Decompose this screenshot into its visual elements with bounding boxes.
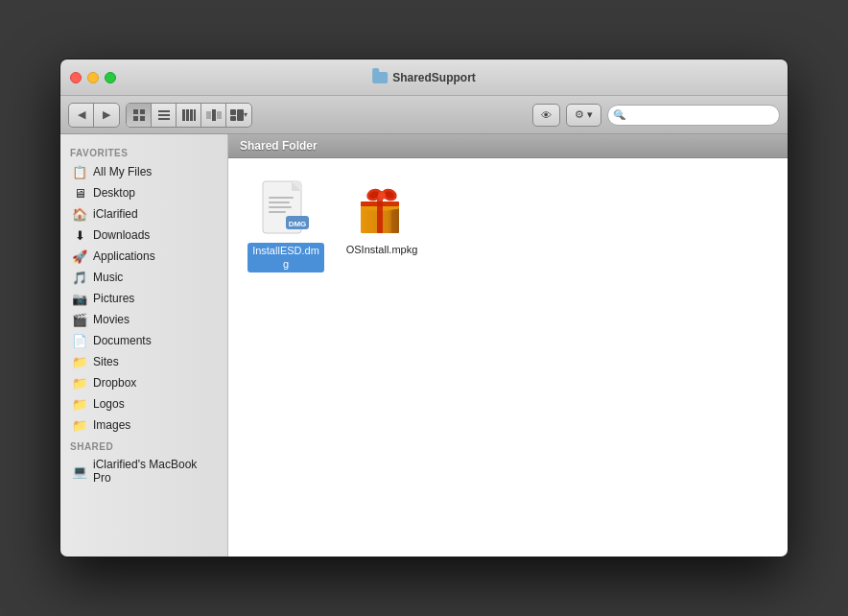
sidebar-item-desktop[interactable]: 🖥 Desktop <box>62 182 225 203</box>
search-input[interactable] <box>607 105 780 126</box>
all-my-files-icon: 📋 <box>72 164 87 179</box>
logos-icon: 📁 <box>72 396 87 412</box>
sidebar-item-label: Images <box>93 418 130 432</box>
favorites-label: FAVORITES <box>60 142 227 161</box>
svg-rect-2 <box>133 116 138 121</box>
svg-rect-8 <box>186 109 189 121</box>
eye-button[interactable]: 👁 <box>532 104 560 127</box>
file-item-osinstall[interactable]: OSInstall.mpkg <box>339 173 425 277</box>
svg-rect-22 <box>269 206 292 208</box>
sidebar-item-movies[interactable]: 🎬 Movies <box>62 309 225 330</box>
sidebar-item-label: Dropbox <box>93 376 136 390</box>
traffic-lights <box>70 72 116 83</box>
applications-icon: 🚀 <box>72 249 87 264</box>
sidebar-item-label: Sites <box>93 355 119 368</box>
sidebar-item-label: Applications <box>93 249 155 263</box>
movies-icon: 🎬 <box>72 312 87 327</box>
sidebar-item-label: Pictures <box>93 292 134 305</box>
action-button[interactable]: ⚙ ▾ <box>566 104 601 127</box>
sidebar-item-documents[interactable]: 📄 Documents <box>62 330 225 351</box>
sidebar-item-macbook[interactable]: 💻 iClarified's MacBook Pro <box>62 455 225 487</box>
sidebar-item-label: Downloads <box>93 228 150 242</box>
shared-label: SHARED <box>60 436 227 455</box>
sidebar-item-all-my-files[interactable]: 📋 All My Files <box>62 161 225 182</box>
svg-rect-12 <box>212 109 216 121</box>
svg-rect-28 <box>391 206 399 233</box>
sidebar-item-label: iClarified <box>93 207 138 221</box>
file-label-installesd: InstallESD.dmg <box>247 243 324 272</box>
main-area: FAVORITES 📋 All My Files 🖥 Desktop 🏠 iCl… <box>60 134 788 557</box>
toolbar: ◀ ▶ ▾ 👁 ⚙ ▾ <box>60 96 788 134</box>
sidebar-item-dropbox[interactable]: 📁 Dropbox <box>62 372 225 393</box>
sidebar-item-applications[interactable]: 🚀 Applications <box>62 246 225 267</box>
search-wrapper: 🔍 <box>607 105 780 126</box>
sidebar-item-logos[interactable]: 📁 Logos <box>62 393 225 415</box>
action-arrow-icon: ▾ <box>587 108 593 121</box>
sidebar-item-images[interactable]: 📁 Images <box>62 415 225 436</box>
svg-rect-21 <box>269 201 290 203</box>
view-column-button[interactable] <box>177 104 201 127</box>
window-title: SharedSupport <box>372 71 476 84</box>
svg-point-38 <box>378 192 386 200</box>
pkg-icon-svg <box>355 179 409 237</box>
pictures-icon: 📷 <box>72 291 87 306</box>
folder-header: Shared Folder <box>228 134 788 158</box>
svg-rect-6 <box>158 118 170 120</box>
svg-rect-14 <box>230 109 236 115</box>
file-item-installesd[interactable]: DMG InstallESD.dmg <box>243 173 329 277</box>
sidebar-item-label: Music <box>93 271 123 284</box>
svg-rect-3 <box>140 116 145 121</box>
search-icon: 🔍 <box>614 109 625 120</box>
macbook-icon: 💻 <box>72 463 87 479</box>
sidebar-item-label: Documents <box>93 334 152 347</box>
finder-window: SharedSupport ◀ ▶ ▾ <box>59 59 789 557</box>
file-label-osinstall: OSInstall.mpkg <box>346 243 418 256</box>
file-area: Shared Folder <box>228 134 788 557</box>
svg-rect-4 <box>158 110 170 112</box>
view-list-button[interactable] <box>152 104 177 127</box>
svg-rect-23 <box>269 211 286 213</box>
dmg-file-icon: DMG <box>255 178 317 239</box>
forward-button[interactable]: ▶ <box>94 104 119 127</box>
title-folder-icon <box>372 72 388 83</box>
file-grid: DMG InstallESD.dmg <box>228 158 788 292</box>
dmg-icon-svg: DMG <box>259 179 313 237</box>
sidebar-item-label: All My Files <box>93 165 152 178</box>
svg-rect-1 <box>140 109 145 114</box>
sidebar: FAVORITES 📋 All My Files 🖥 Desktop 🏠 iCl… <box>60 134 228 557</box>
images-icon: 📁 <box>72 417 87 433</box>
svg-rect-16 <box>237 109 244 121</box>
desktop-icon: 🖥 <box>72 185 87 201</box>
sidebar-item-label: Movies <box>93 313 130 326</box>
back-button[interactable]: ◀ <box>69 104 94 127</box>
sites-icon: 📁 <box>72 354 87 369</box>
eye-icon: 👁 <box>541 109 552 121</box>
svg-rect-13 <box>217 111 222 119</box>
sidebar-item-music[interactable]: 🎵 Music <box>62 267 225 288</box>
svg-rect-11 <box>206 111 211 119</box>
svg-rect-0 <box>133 109 138 114</box>
svg-rect-15 <box>230 116 236 121</box>
music-icon: 🎵 <box>72 270 87 285</box>
titlebar: SharedSupport <box>60 59 788 96</box>
view-buttons: ▾ <box>126 103 252 128</box>
view-extra-button[interactable]: ▾ <box>226 104 251 127</box>
sidebar-item-pictures[interactable]: 📷 Pictures <box>62 288 225 309</box>
minimize-button[interactable] <box>87 72 99 83</box>
sidebar-item-iclarified[interactable]: 🏠 iClarified <box>62 203 225 225</box>
svg-rect-5 <box>158 114 170 116</box>
sidebar-item-label: iClarified's MacBook Pro <box>93 458 216 485</box>
dropbox-icon: 📁 <box>72 375 87 391</box>
sidebar-item-sites[interactable]: 📁 Sites <box>62 351 225 372</box>
view-icon-button[interactable] <box>127 104 152 127</box>
svg-rect-9 <box>190 109 193 121</box>
sidebar-item-downloads[interactable]: ⬇ Downloads <box>62 225 225 246</box>
view-coverflow-button[interactable] <box>201 104 226 127</box>
maximize-button[interactable] <box>105 72 116 83</box>
sidebar-item-label: Desktop <box>93 186 135 200</box>
svg-rect-10 <box>194 109 196 121</box>
close-button[interactable] <box>70 72 82 83</box>
iclarified-icon: 🏠 <box>72 206 87 222</box>
documents-icon: 📄 <box>72 333 87 348</box>
svg-rect-20 <box>269 197 294 199</box>
